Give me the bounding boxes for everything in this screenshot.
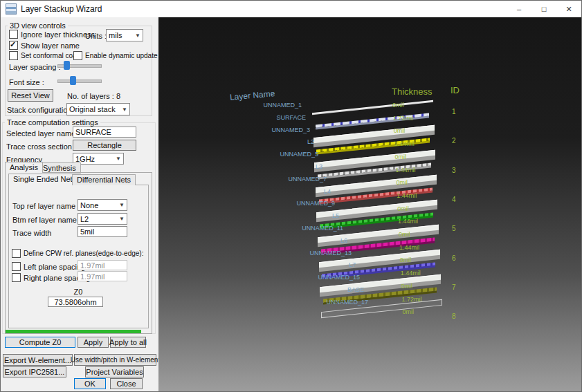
layer-name-label: L4 bbox=[186, 188, 331, 195]
ignore-layer-thickness-label: Ignore layer thickness bbox=[21, 30, 95, 39]
slider-thumb[interactable] bbox=[64, 61, 70, 70]
layer-name-label: UNNAMED_17 bbox=[186, 299, 368, 306]
set-conformal-coat-label: Set conformal coat bbox=[21, 52, 78, 59]
layer-thickness-label: 1.44mil bbox=[398, 218, 418, 225]
layer-name-label: UNNAMED_7 bbox=[186, 176, 327, 183]
set-conformal-coat-checkbox[interactable]: Set conformal coat bbox=[9, 51, 78, 60]
left-plane-spacing-label: Left plane spacing bbox=[24, 263, 85, 271]
title-bar[interactable]: Layer Stackup Wizard – □ ✕ bbox=[1, 1, 581, 17]
layer-name-label: L7 bbox=[186, 261, 356, 268]
tab-differential-nets[interactable]: Differential Nets bbox=[72, 174, 136, 185]
trace-width-input[interactable]: 5mil bbox=[78, 226, 127, 237]
layer-thickness-label: 0mil bbox=[396, 179, 408, 186]
layer-thickness-label: 1.44mil bbox=[397, 192, 417, 199]
checkbox-box bbox=[12, 249, 21, 258]
layer-id-label: 7 bbox=[452, 283, 456, 291]
ignore-layer-thickness-checkbox[interactable]: Ignore layer thickness bbox=[9, 30, 95, 39]
units-label: Units : bbox=[85, 32, 107, 40]
stack-config-label: Stack configuration: bbox=[7, 106, 74, 114]
font-size-slider[interactable] bbox=[57, 75, 102, 86]
left-plane-spacing-input[interactable]: 1.97mil bbox=[78, 260, 127, 270]
project-variables-button[interactable]: Project Variables bbox=[85, 366, 144, 377]
chevron-down-icon: ▼ bbox=[119, 202, 125, 208]
checkbox-box bbox=[9, 41, 18, 50]
cpw-ref-planes-checkbox[interactable]: Define CPW ref. planes(edge-to-edge): bbox=[12, 249, 143, 258]
layer-name-label: UNNAMED_1 bbox=[186, 102, 302, 109]
layer-name-label: L6 bbox=[186, 237, 347, 244]
layer-name-label: UNNAMED_3 bbox=[186, 127, 310, 133]
minimize-button[interactable]: – bbox=[507, 1, 531, 17]
z0-label: Z0 bbox=[1, 288, 156, 296]
slider-thumb[interactable] bbox=[70, 76, 76, 85]
layer-name-label: UNNAMED_9 bbox=[186, 200, 335, 207]
thickness-header: Thickness bbox=[392, 86, 433, 97]
layer-name-label: L3 bbox=[186, 163, 322, 170]
maximize-button[interactable]: □ bbox=[531, 1, 556, 17]
layer-thickness-label: 0mil bbox=[394, 127, 406, 134]
show-layer-name-label: Show layer name bbox=[21, 41, 80, 50]
checkbox-box bbox=[12, 262, 21, 271]
layer-thickness-label: 0mil bbox=[392, 102, 404, 109]
apply-to-all-button[interactable]: Apply to all bbox=[110, 337, 146, 348]
close-button[interactable]: ✕ bbox=[556, 1, 581, 17]
layer-name-label: UNNAMED_15 bbox=[186, 274, 360, 281]
top-ref-value: None bbox=[80, 201, 98, 209]
right-plane-spacing-input[interactable]: 1.97mil bbox=[78, 271, 127, 281]
stack-config-dropdown[interactable]: Original stack ▼ bbox=[66, 103, 130, 115]
stack-config-value: Original stack bbox=[69, 105, 116, 113]
ok-button[interactable]: OK bbox=[74, 378, 106, 389]
layer-name-header: Layer Name bbox=[230, 88, 275, 102]
compute-z0-button[interactable]: Compute Z0 bbox=[5, 337, 75, 348]
layer-id-label: 2 bbox=[452, 137, 456, 144]
close-button-dialog[interactable]: Close bbox=[110, 378, 143, 389]
layer-spacing-label: Layer spacing : bbox=[9, 63, 61, 71]
enable-dynamic-update-checkbox[interactable]: Enable dynamic update bbox=[73, 51, 158, 60]
compute-progress-bar bbox=[6, 330, 141, 333]
use-width-pitch-button[interactable]: Use width/pitch in W-element bbox=[74, 354, 156, 366]
top-ref-dropdown[interactable]: None ▼ bbox=[78, 199, 127, 211]
chevron-down-icon: ▼ bbox=[135, 32, 140, 39]
layer-id-label: 5 bbox=[452, 225, 456, 232]
view-controls-group-title: 3D view controls bbox=[8, 21, 68, 30]
slider-track bbox=[57, 80, 102, 83]
layer-thickness-label: 1.44mil bbox=[394, 140, 415, 147]
layer-name-label: BASE bbox=[186, 286, 364, 293]
btm-ref-dropdown[interactable]: L2 ▼ bbox=[78, 213, 127, 225]
num-layers-text: No. of layers : 8 bbox=[67, 92, 120, 100]
export-w-element-button[interactable]: Export W-element... bbox=[3, 354, 73, 366]
tab-analysis[interactable]: Analysis bbox=[5, 162, 43, 173]
layer-thickness-label: 1.44mil bbox=[401, 270, 421, 277]
layer-id-label: 6 bbox=[452, 254, 456, 262]
checkbox-box bbox=[9, 30, 18, 39]
id-header: ID bbox=[451, 85, 460, 95]
viewport-3d[interactable]: Layer Name Thickness ID UNNAMED_10milSUR… bbox=[158, 17, 582, 392]
layer-name-label: UNNAMED_5 bbox=[186, 151, 318, 158]
layer-id-label: 1 bbox=[452, 108, 456, 115]
z0-value-box: 73.5806ohm bbox=[48, 297, 103, 307]
layer-slab-unnamed_1 bbox=[312, 100, 433, 115]
tab-single-ended-nets[interactable]: Single Ended Nets bbox=[8, 174, 81, 185]
layer-name-label: UNNAMED_11 bbox=[186, 225, 343, 232]
frequency-value: 1GHz bbox=[75, 155, 95, 163]
layer-id-label: 3 bbox=[452, 167, 456, 174]
layer-name-label: SURFACE bbox=[186, 114, 306, 121]
units-value: mils bbox=[109, 31, 122, 39]
cross-section-button[interactable]: Rectangle bbox=[73, 140, 136, 151]
btm-ref-label: Btm ref layer name bbox=[12, 216, 77, 224]
selected-layer-input[interactable]: SURFACE bbox=[73, 127, 136, 138]
layer-spacing-slider[interactable] bbox=[57, 60, 102, 71]
enable-dynamic-update-label: Enable dynamic update bbox=[85, 52, 158, 59]
reset-view-button[interactable]: Reset View bbox=[8, 89, 53, 102]
left-plane-spacing-checkbox[interactable]: Left plane spacing bbox=[12, 262, 85, 271]
cpw-ref-planes-label: Define CPW ref. planes(edge-to-edge): bbox=[24, 250, 143, 257]
tab-synthesis[interactable]: Synthesis bbox=[38, 162, 81, 173]
chevron-down-icon: ▼ bbox=[116, 156, 121, 162]
export-ipc2581-button[interactable]: Export IPC2581... bbox=[3, 366, 66, 377]
trace-width-label: Trace width bbox=[12, 229, 51, 237]
window-buttons: – □ ✕ bbox=[507, 1, 581, 17]
units-dropdown[interactable]: mils ▼ bbox=[106, 29, 143, 41]
apply-button[interactable]: Apply bbox=[78, 337, 109, 348]
checkbox-box bbox=[73, 51, 82, 60]
layer-stackup-wizard-window: Layer Stackup Wizard – □ ✕ 3D view contr… bbox=[0, 0, 582, 392]
show-layer-name-checkbox[interactable]: Show layer name bbox=[9, 41, 80, 50]
